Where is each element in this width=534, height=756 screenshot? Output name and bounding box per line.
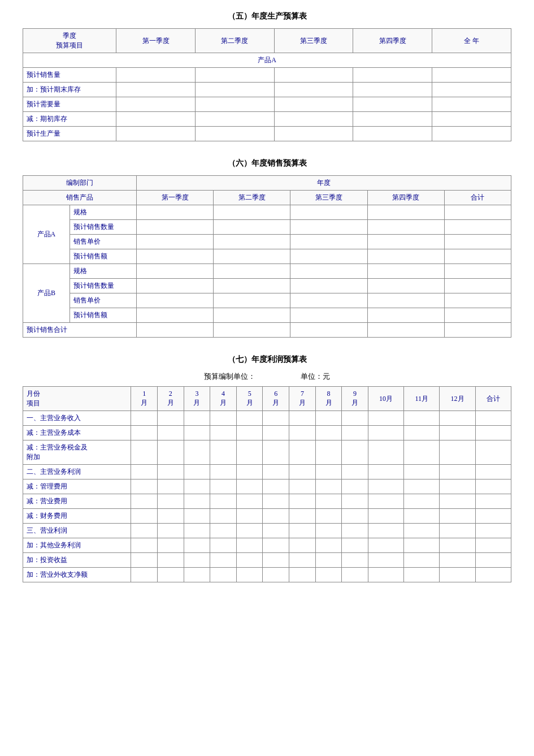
table-row: 减：管理费用 (23, 479, 511, 494)
s7-m3: 3月 (184, 387, 210, 411)
section7-subtitle: 预算编制单位： 单位：元 (23, 371, 511, 382)
s7-row10: 加：营业外收支净额 (23, 568, 131, 582)
s5-product-a: 产品A (23, 53, 511, 68)
s6-total-row: 预计销售合计 (23, 323, 137, 338)
section7: （七）年度利润预算表 预算编制单位： 单位：元 月份项目 1月 2月 (23, 355, 511, 582)
s7-row5: 减：营业费用 (23, 494, 131, 509)
table-row: 预计生产量 (23, 127, 511, 141)
s5-row-5: 预计生产量 (23, 127, 116, 141)
s5-row-4: 减：期初库存 (23, 112, 116, 127)
section5-title: （五）年度生产预算表 (23, 11, 511, 21)
s5-row-3: 预计需要量 (23, 97, 116, 112)
s6-product-header: 销售产品 (23, 191, 137, 205)
s7-row0: 一、主营业务收入 (23, 411, 131, 426)
s7-m2: 2月 (158, 387, 184, 411)
s7-m12: 12月 (440, 387, 475, 411)
table-row: 预计销售数量 (23, 220, 511, 235)
table-row: 加：预计期末库存 (23, 83, 511, 97)
table-row: 预计销售额 (23, 308, 511, 323)
table-row: 产品A 规格 (23, 205, 511, 220)
s5-header-2: 第二季度 (195, 29, 274, 53)
s5-row-2: 加：预计期末库存 (23, 83, 116, 97)
s6-pa-row2: 预计销售数量 (70, 220, 136, 235)
s6-pa-row1: 规格 (70, 205, 136, 220)
table-row: 月份项目 1月 2月 3月 4月 5月 6月 7月 8月 9月 10月 11月 … (23, 387, 511, 411)
section7-table: 月份项目 1月 2月 3月 4月 5月 6月 7月 8月 9月 10月 11月 … (23, 386, 511, 582)
table-row: 加：营业外收支净额 (23, 568, 511, 582)
s6-total: 合计 (444, 191, 511, 205)
s5-header-0: 季度预算项目 (23, 29, 116, 53)
section6-table: 编制部门 年度 销售产品 第一季度 第二季度 第三季度 第四季度 合计 产品A … (23, 175, 511, 338)
s6-pa-row3: 销售单价 (70, 235, 136, 249)
table-row: 预计销售量 (23, 68, 511, 83)
table-row: 预计销售数量 (23, 279, 511, 293)
table-row: 销售产品 第一季度 第二季度 第三季度 第四季度 合计 (23, 191, 511, 205)
s6-pb-row3: 销售单价 (70, 293, 136, 308)
s6-pb-row1: 规格 (70, 264, 136, 279)
s7-row8: 加：其他业务利润 (23, 538, 131, 553)
table-row: 三、营业利润 (23, 524, 511, 538)
table-row: 产品B 规格 (23, 264, 511, 279)
s7-m5: 5月 (236, 387, 263, 411)
table-row: 减：主营业务成本 (23, 426, 511, 440)
s5-header-1: 第一季度 (116, 29, 196, 53)
section5: （五）年度生产预算表 季度预算项目 第一季度 第二季度 第三季度 第四季度 全 … (23, 11, 511, 141)
s7-m10: 10月 (368, 387, 403, 411)
section7-title: （七）年度利润预算表 (23, 355, 511, 365)
s7-row1: 减：主营业务成本 (23, 426, 131, 440)
s6-q1: 第一季度 (137, 191, 214, 205)
table-row: 销售单价 (23, 235, 511, 249)
s6-pb-row2: 预计销售数量 (70, 279, 136, 293)
s7-row2: 减：主营业务税金及附加 (23, 440, 131, 465)
table-row: 编制部门 年度 (23, 176, 511, 191)
table-row: 减：财务费用 (23, 509, 511, 524)
s6-q2: 第二季度 (214, 191, 290, 205)
s7-m6: 6月 (263, 387, 289, 411)
s7-total: 合计 (475, 387, 511, 411)
s7-row9: 加：投资收益 (23, 553, 131, 568)
table-row: 预计需要量 (23, 97, 511, 112)
table-row: 产品A (23, 53, 511, 68)
s7-row4: 减：管理费用 (23, 479, 131, 494)
s7-row3: 二、主营业务利润 (23, 465, 131, 479)
section6: （六）年度销售预算表 编制部门 年度 销售产品 第一季度 第二季度 第三季度 第… (23, 158, 511, 338)
table-row: 加：投资收益 (23, 553, 511, 568)
s6-pb-row4: 预计销售额 (70, 308, 136, 323)
s7-row6: 减：财务费用 (23, 509, 131, 524)
s5-header-3: 第三季度 (274, 29, 353, 53)
table-row: 销售单价 (23, 293, 511, 308)
s6-q4: 第四季度 (367, 191, 444, 205)
table-row: 加：其他业务利润 (23, 538, 511, 553)
table-row: 二、主营业务利润 (23, 465, 511, 479)
section5-table: 季度预算项目 第一季度 第二季度 第三季度 第四季度 全 年 产品A 预计销售量… (23, 28, 511, 141)
s7-m1: 1月 (131, 387, 158, 411)
table-row: 预计销售合计 (23, 323, 511, 338)
table-row: 减：期初库存 (23, 112, 511, 127)
table-row: 减：营业费用 (23, 494, 511, 509)
table-row: 减：主营业务税金及附加 (23, 440, 511, 465)
s7-row7: 三、营业利润 (23, 524, 131, 538)
section6-title: （六）年度销售预算表 (23, 158, 511, 169)
s7-header-label: 月份项目 (23, 387, 131, 411)
s5-row-1: 预计销售量 (23, 68, 116, 83)
s6-q3: 第三季度 (290, 191, 367, 205)
s6-year-header: 年度 (137, 176, 511, 191)
s7-m7: 7月 (289, 387, 316, 411)
s5-header-5: 全 年 (432, 29, 511, 53)
table-row: 预计销售额 (23, 249, 511, 264)
s5-header-4: 第四季度 (353, 29, 432, 53)
s7-m9: 9月 (342, 387, 368, 411)
s6-product-b-label: 产品B (23, 264, 70, 323)
section7-subtitle-left: 预算编制单位： (204, 371, 255, 382)
s6-dept-header: 编制部门 (23, 176, 137, 191)
table-row: 一、主营业务收入 (23, 411, 511, 426)
section7-subtitle-right: 单位：元 (301, 371, 330, 382)
s7-m11: 11月 (404, 387, 440, 411)
s6-pa-row4: 预计销售额 (70, 249, 136, 264)
s6-product-a-label: 产品A (23, 205, 70, 264)
s7-m8: 8月 (315, 387, 342, 411)
s7-m4: 4月 (210, 387, 237, 411)
